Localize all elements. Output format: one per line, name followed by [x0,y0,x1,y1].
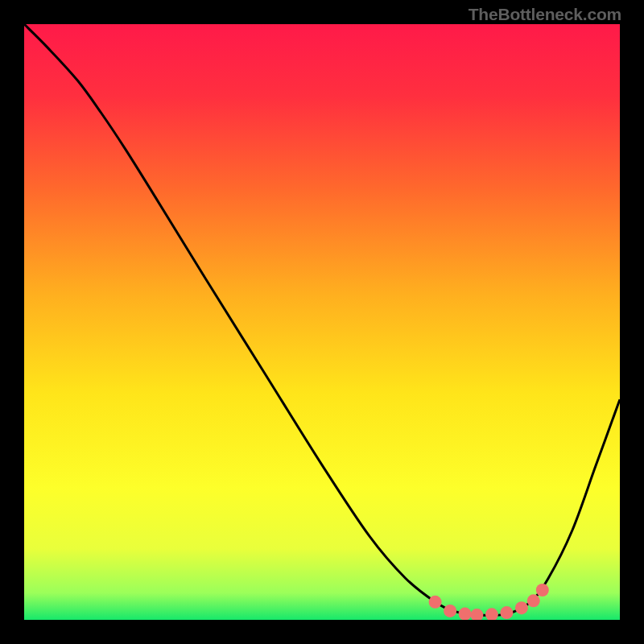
marker-dot [459,608,472,620]
marker-dot [527,594,540,607]
marker-dot [500,606,513,619]
chart-background [24,24,620,620]
watermark-text: TheBottleneck.com [469,5,621,24]
marker-dot [536,584,549,597]
chart-frame [24,24,620,620]
marker-dot [444,605,456,617]
marker-dot [429,596,442,609]
chart-svg [24,24,620,620]
marker-dot [515,601,528,614]
